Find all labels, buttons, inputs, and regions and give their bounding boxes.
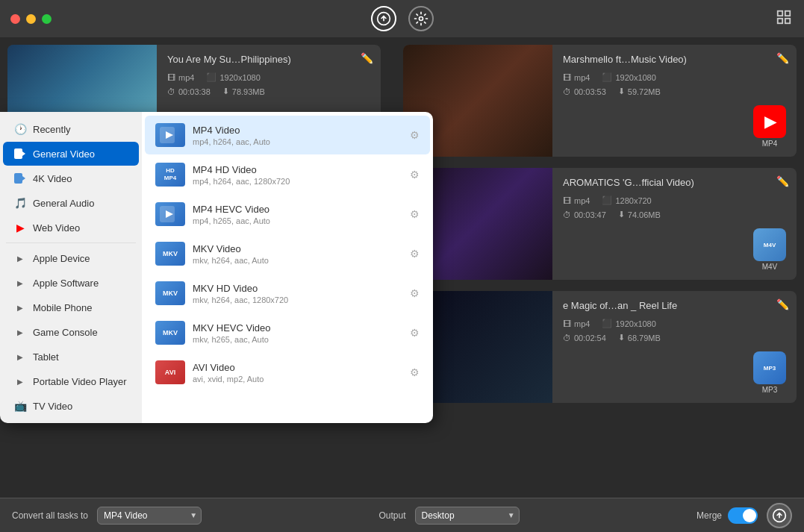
- format-category-panel: 🕐 Recently General Video: [0, 112, 142, 423]
- sidebar-item-mobile-phone[interactable]: ▶ Mobile Phone: [3, 295, 139, 319]
- convert-icon[interactable]: [371, 6, 396, 31]
- mp4hd-format-icon: HDMP4: [155, 163, 185, 187]
- video-meta-2: 🎞 mp4 ⬛ 1920x1080: [563, 72, 786, 82]
- mp4-format-desc: mp4, h264, aac, Auto: [193, 137, 402, 146]
- video-title-1: You Are My Su…Philippines): [167, 54, 370, 65]
- mkvhevc-format-icon: MKV: [155, 321, 185, 345]
- maximize-button[interactable]: [42, 14, 52, 24]
- sidebar-item-tablet[interactable]: ▶ Tablet: [3, 345, 139, 369]
- format-item-mp4-hd[interactable]: HDMP4 MP4 HD Video mp4, h264, aac, 1280x…: [145, 155, 430, 194]
- mkvhd-format-icon: MKV: [155, 281, 185, 305]
- sidebar-item-portable-video[interactable]: ▶ Portable Video Player: [3, 369, 139, 393]
- mp4hd-gear-icon[interactable]: ⚙: [410, 169, 420, 181]
- sidebar-item-4k-video[interactable]: 4K Video: [3, 166, 139, 190]
- output-badge-2: ▶ MP4: [753, 105, 786, 148]
- sidebar-item-general-audio[interactable]: 🎵 General Audio: [3, 191, 139, 215]
- bottom-bar: Convert all tasks to MP4 Video ▼ Output …: [0, 498, 804, 532]
- game-console-label: Game Console: [33, 327, 98, 338]
- format-item-avi[interactable]: AVI AVI Video avi, xvid, mp2, Auto ⚙: [145, 353, 430, 392]
- clock-icon-2: ⏱: [563, 87, 571, 96]
- video-meta-2b: ⏱ 00:03:53 ⬇ 59.72MB: [563, 87, 786, 96]
- badge-icon-2: ▶: [753, 105, 786, 138]
- edit-button-1[interactable]: ✏️: [361, 52, 373, 64]
- film-icon-2: 🎞: [563, 73, 571, 82]
- 4k-video-label: 4K Video: [33, 173, 72, 184]
- mkvhevc-gear-icon[interactable]: ⚙: [410, 327, 420, 339]
- window-controls: [10, 14, 52, 24]
- merge-toggle[interactable]: [728, 507, 758, 524]
- mp4hevc-gear-icon[interactable]: ⚙: [410, 208, 420, 220]
- close-button[interactable]: [10, 14, 20, 24]
- format-item-mp4[interactable]: MP4 Video mp4, h264, aac, Auto ⚙: [145, 116, 430, 154]
- video-info-4r: e Magic of…an _ Reel Life 🎞 mp4 ⬛ 1920x1…: [552, 291, 797, 403]
- convert-label: Convert all tasks to: [12, 510, 88, 521]
- sidebar-item-recently[interactable]: 🕐 Recently: [3, 117, 139, 141]
- sidebar-item-tv-video[interactable]: 📺 TV Video: [3, 394, 139, 418]
- resolution-icon: ⬛: [206, 72, 216, 82]
- edit-button-3r[interactable]: ✏️: [776, 175, 789, 187]
- mkv-gear-icon[interactable]: ⚙: [410, 248, 420, 260]
- video-info-3r: AROMATICS 'G…fficial Video) 🎞 mp4 ⬛ 1280…: [552, 168, 797, 280]
- mkv-format-info: MKV Video mkv, h264, aac, Auto: [193, 243, 402, 265]
- edit-button-2[interactable]: ✏️: [776, 52, 789, 64]
- mp4-gear-icon[interactable]: ⚙: [410, 129, 420, 141]
- clock-icon: 🕐: [13, 122, 27, 136]
- general-video-label: General Video: [33, 148, 95, 160]
- sidebar-item-general-video[interactable]: General Video: [3, 142, 139, 166]
- convert-button[interactable]: [767, 503, 792, 528]
- minimize-button[interactable]: [26, 14, 36, 24]
- video-meta-1b: ⏱ 00:03:38 ⬇ 78.93MB: [167, 87, 370, 96]
- fmt-3r: 🎞 mp4: [563, 195, 590, 205]
- mobile-phone-arrow: ▶: [13, 301, 27, 314]
- video-meta-1: 🎞 mp4 ⬛ 1920x1080: [167, 72, 370, 82]
- mkvhevc-format-desc: mkv, h265, aac, Auto: [193, 335, 402, 344]
- sidebar-item-web-video[interactable]: ▶ Web Video: [3, 216, 139, 240]
- recently-label: Recently: [33, 124, 71, 135]
- mp4hevc-format-name: MP4 HEVC Video: [193, 204, 402, 215]
- format-select[interactable]: MP4 Video: [97, 507, 202, 525]
- mp4-format-info: MP4 Video mp4, h264, aac, Auto: [193, 125, 402, 146]
- tv-icon: 📺: [13, 399, 27, 413]
- download-icon-2: ⬇: [618, 87, 625, 96]
- format-item-mp4-hevc[interactable]: MP4 HEVC Video mp4, h265, aac, Auto ⚙: [145, 195, 430, 234]
- video-info-2: Marshmello ft…Music Video) 🎞 mp4 ⬛ 1920x…: [552, 45, 797, 157]
- 4k-video-icon: [13, 172, 27, 185]
- edit-button-4r[interactable]: ✏️: [776, 298, 789, 310]
- size-3r: ⬇ 74.06MB: [618, 210, 661, 219]
- mobile-phone-label: Mobile Phone: [33, 302, 93, 313]
- titlebar: [0, 0, 804, 37]
- output-select[interactable]: Desktop: [415, 507, 520, 525]
- format-item-mkv-hevc[interactable]: MKV MKV HEVC Video mkv, h265, aac, Auto …: [145, 313, 430, 352]
- res-4r: ⬛ 1920x1080: [602, 319, 655, 328]
- mkvhd-format-name: MKV HD Video: [193, 283, 402, 294]
- toggle-thumb: [743, 509, 756, 522]
- youtube-icon: ▶: [13, 221, 27, 234]
- avi-gear-icon[interactable]: ⚙: [410, 366, 420, 378]
- format-item-mkv-hd[interactable]: MKV MKV HD Video mkv, h264, aac, 1280x72…: [145, 274, 430, 313]
- tv-video-label: TV Video: [33, 401, 72, 412]
- sidebar-item-game-console[interactable]: ▶ Game Console: [3, 320, 139, 344]
- video-resolution-1: ⬛ 1920x1080: [206, 72, 260, 82]
- svg-rect-3: [785, 10, 790, 15]
- video-size-2: ⬇ 59.72MB: [618, 87, 661, 96]
- output-label: Output: [379, 510, 406, 521]
- sidebar-item-apple-device[interactable]: ▶ Apple Device: [3, 246, 139, 270]
- apple-device-arrow: ▶: [13, 251, 27, 265]
- mkv-format-icon: MKV: [155, 242, 185, 266]
- video-duration-2: ⏱ 00:03:53: [563, 87, 606, 96]
- download-icon: ⬇: [222, 87, 229, 96]
- format-dropdown: 🕐 Recently General Video: [0, 112, 433, 423]
- format-item-mkv[interactable]: MKV MKV Video mkv, h264, aac, Auto ⚙: [145, 234, 430, 273]
- badge-label-3r: M4V: [762, 263, 778, 271]
- mp4-format-icon: [155, 123, 185, 147]
- output-badge-4r: MP3 MP3: [753, 351, 786, 394]
- mkvhevc-format-info: MKV HEVC Video mkv, h265, aac, Auto: [193, 322, 402, 344]
- badge-label-4r: MP3: [762, 386, 778, 394]
- sidebar-item-apple-software[interactable]: ▶ Apple Software: [3, 271, 139, 295]
- grid-icon[interactable]: [776, 9, 792, 29]
- badge-icon-4r: MP3: [753, 351, 786, 384]
- general-audio-label: General Audio: [33, 198, 94, 209]
- settings-icon[interactable]: [408, 6, 434, 31]
- mkvhd-gear-icon[interactable]: ⚙: [410, 287, 420, 299]
- mkvhd-format-info: MKV HD Video mkv, h264, aac, 1280x720: [193, 283, 402, 304]
